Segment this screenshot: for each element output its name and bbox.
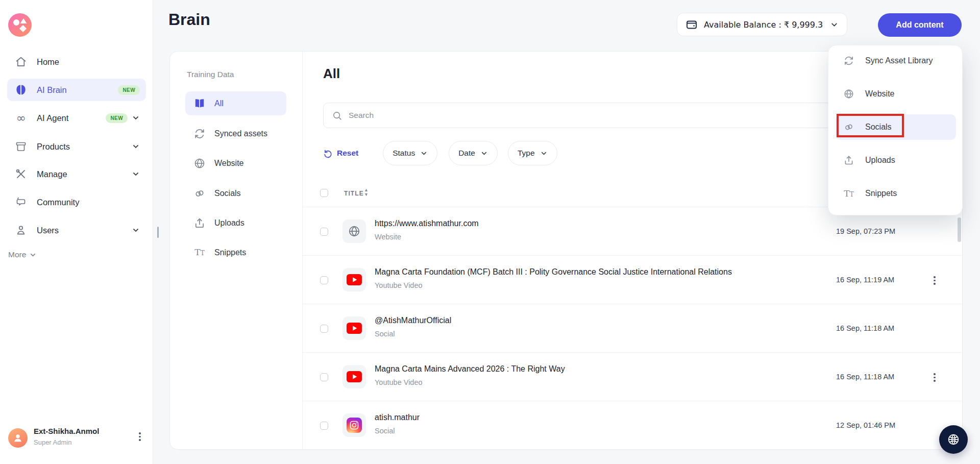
row-title: Magna Carta Foundation (MCF) Batch III :… xyxy=(375,267,732,277)
sidebar-item-label: Community xyxy=(37,198,79,207)
row-checkbox[interactable] xyxy=(320,422,328,430)
sidebar-item-home[interactable]: Home xyxy=(7,51,146,73)
menu-item-snippets[interactable]: TT Snippets xyxy=(836,181,956,206)
date-filter-dropdown[interactable]: Date xyxy=(449,141,498,165)
home-icon xyxy=(14,55,28,68)
globe-icon xyxy=(193,157,206,170)
chevron-down-icon xyxy=(540,150,548,157)
app-logo xyxy=(8,13,32,37)
menu-item-label: Socials xyxy=(865,123,892,132)
user-menu-kebab-icon[interactable] xyxy=(137,430,143,443)
menu-item-label: Uploads xyxy=(865,156,895,165)
training-data-nav: Training Data All Synced assets Website xyxy=(170,52,303,449)
row-checkbox[interactable] xyxy=(320,276,328,284)
globe-icon xyxy=(342,219,366,243)
youtube-icon xyxy=(342,268,366,291)
balance-label: Available Balance : ₹ 9,999.3 xyxy=(704,20,823,30)
person-icon xyxy=(12,432,23,444)
row-checkbox[interactable] xyxy=(320,228,328,236)
sidebar-resize-handle[interactable] xyxy=(157,227,159,238)
more-label: More xyxy=(8,250,26,259)
user-name: Ext-Shikha.Anmol xyxy=(34,427,99,435)
chevron-down-icon xyxy=(132,226,140,234)
chevron-down-icon xyxy=(29,251,37,259)
app: Home AI Brain NEW ∞ AI Agent NEW Product… xyxy=(0,0,980,464)
sync-icon xyxy=(843,55,855,67)
title-column-header: TITLE xyxy=(344,190,364,197)
book-icon xyxy=(193,97,206,110)
training-nav-socials[interactable]: Socials xyxy=(185,181,286,205)
user-icon xyxy=(14,224,28,237)
search-icon xyxy=(332,110,342,121)
training-nav-label: Uploads xyxy=(214,218,244,228)
training-nav-synced-assets[interactable]: Synced assets xyxy=(185,121,286,145)
menu-item-uploads[interactable]: Uploads xyxy=(836,148,956,173)
training-nav-label: Website xyxy=(214,159,244,168)
upload-icon xyxy=(843,154,855,166)
upload-icon xyxy=(193,216,206,230)
row-date: 19 Sep, 07:23 PM xyxy=(836,227,895,235)
chevron-down-icon xyxy=(132,114,140,122)
row-checkbox[interactable] xyxy=(320,325,328,333)
youtube-icon xyxy=(342,365,366,388)
status-filter-dropdown[interactable]: Status xyxy=(383,141,437,165)
sidebar-item-users[interactable]: Users xyxy=(7,219,146,241)
available-balance-dropdown[interactable]: Available Balance : ₹ 9,999.3 xyxy=(677,13,847,36)
primary-sidebar: Home AI Brain NEW ∞ AI Agent NEW Product… xyxy=(0,0,153,464)
training-nav-all[interactable]: All xyxy=(185,91,286,115)
globe-network-fab-button[interactable] xyxy=(939,425,968,454)
table-row[interactable]: Magna Carta Mains Advanced 2026 : The Ri… xyxy=(303,353,963,401)
status-filter-label: Status xyxy=(393,149,415,158)
sidebar-item-products[interactable]: Products xyxy=(7,135,146,158)
chevron-down-icon xyxy=(830,20,839,29)
training-nav-website[interactable]: Website xyxy=(185,151,286,175)
sidebar-item-community[interactable]: Community xyxy=(7,191,146,213)
instagram-icon xyxy=(342,413,366,437)
sidebar-more-toggle[interactable]: More xyxy=(8,250,37,259)
user-role: Super Admin xyxy=(34,438,71,446)
scrollbar-thumb[interactable] xyxy=(958,217,961,242)
select-all-checkbox[interactable] xyxy=(320,189,328,197)
row-date: 16 Sep, 11:19 AM xyxy=(836,276,894,284)
menu-item-label: Snippets xyxy=(865,189,897,198)
row-checkbox[interactable] xyxy=(320,373,328,381)
sort-icon[interactable]: ▲▼ xyxy=(364,188,369,197)
youtube-icon xyxy=(342,316,366,340)
chevron-down-icon xyxy=(132,142,140,151)
undo-icon xyxy=(323,149,333,158)
reset-filters-button[interactable]: Reset xyxy=(323,149,358,158)
sidebar-item-label: AI Agent xyxy=(37,113,68,123)
table-row[interactable]: @AtishMathurOfficial Social 16 Sep, 11:1… xyxy=(303,304,963,353)
training-nav-uploads[interactable]: Uploads xyxy=(185,211,286,235)
add-content-menu: Sync Asset Library Website Socials Uploa… xyxy=(828,45,963,215)
text-icon: TT xyxy=(193,246,206,259)
infinity-icon: ∞ xyxy=(14,111,28,125)
training-nav-label: Socials xyxy=(214,189,241,198)
new-badge: NEW xyxy=(118,85,140,95)
add-content-button[interactable]: Add content xyxy=(878,13,962,37)
user-profile: Ext-Shikha.Anmol Super Admin xyxy=(0,426,153,457)
text-icon: TT xyxy=(843,187,855,200)
table-row[interactable]: atish.mathur Social 12 Sep, 01:46 PM xyxy=(303,401,963,449)
menu-item-socials[interactable]: Socials xyxy=(836,114,956,140)
row-title: atish.mathur xyxy=(375,413,420,422)
date-filter-label: Date xyxy=(458,149,475,158)
sidebar-item-ai-brain[interactable]: AI Brain NEW xyxy=(7,79,146,101)
menu-item-sync-asset-library[interactable]: Sync Asset Library xyxy=(836,48,956,74)
row-title: https://www.atishmathur.com xyxy=(375,219,479,228)
table-row[interactable]: Magna Carta Foundation (MCF) Batch III :… xyxy=(303,256,963,304)
globe-icon xyxy=(843,88,855,100)
type-filter-dropdown[interactable]: Type xyxy=(508,141,557,165)
row-subtitle: Youtube Video xyxy=(375,281,423,289)
sidebar-item-ai-agent[interactable]: ∞ AI Agent NEW xyxy=(7,107,146,129)
training-nav-snippets[interactable]: TT Snippets xyxy=(185,240,286,264)
menu-item-website[interactable]: Website xyxy=(836,81,956,107)
brain-icon xyxy=(14,83,28,96)
training-data-title: Training Data xyxy=(187,70,234,79)
globe-network-icon xyxy=(946,432,961,447)
row-actions-kebab-icon[interactable] xyxy=(932,371,938,384)
link-icon xyxy=(193,187,206,200)
row-actions-kebab-icon[interactable] xyxy=(932,274,938,287)
training-nav-label: Snippets xyxy=(214,248,246,257)
sidebar-item-manage[interactable]: Manage xyxy=(7,163,146,185)
